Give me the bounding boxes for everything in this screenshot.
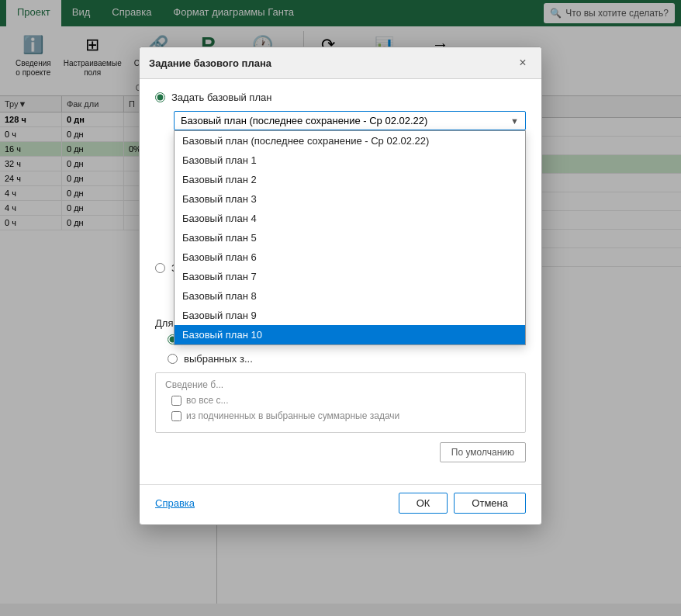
- help-button[interactable]: Справка: [155, 497, 195, 509]
- dialog-close-button[interactable]: ×: [513, 54, 532, 72]
- dropdown-item[interactable]: Базовый план 2: [175, 170, 525, 189]
- checkbox-all-summary[interactable]: [171, 396, 181, 406]
- dropdown-container: Базовый план (последнее сохранение - Ср …: [174, 111, 526, 130]
- cancel-button[interactable]: Отмена: [454, 493, 526, 514]
- dropdown-item[interactable]: Базовый план 3: [175, 189, 525, 209]
- dropdown-selected-value: Базовый план (последнее сохранение - Ср …: [181, 115, 427, 126]
- dialog-body: Задать базовый план Базовый план (послед…: [140, 79, 541, 484]
- checkbox-all-summary-label[interactable]: во все с...: [186, 395, 229, 406]
- dialog-set-baseline: Задание базового плана × Задать базовый …: [139, 47, 542, 525]
- checkbox-row-sub-summary: из подчиненных в выбранные суммарные зад…: [171, 410, 516, 421]
- radio-set-baseline-label[interactable]: Задать базовый план: [171, 92, 271, 103]
- dialog-title: Задание базового плана: [149, 57, 271, 69]
- radio-row-selected: выбранных з...: [168, 353, 526, 365]
- radio-set-baseline[interactable]: [155, 92, 165, 102]
- dropdown-item[interactable]: Базовый план 1: [175, 151, 525, 170]
- radio-row-set-baseline: Задать базовый план: [155, 92, 526, 103]
- dropdown-select[interactable]: Базовый план (последнее сохранение - Ср …: [174, 111, 526, 130]
- dropdown-item-highlighted[interactable]: Базовый план 10: [175, 325, 525, 344]
- default-button[interactable]: По умолчанию: [440, 442, 526, 462]
- dialog-footer: Справка ОК Отмена: [140, 484, 541, 524]
- radio-selected-tasks[interactable]: [168, 354, 178, 364]
- footer-left: Справка: [155, 497, 392, 509]
- dropdown-item[interactable]: Базовый план 4: [175, 209, 525, 228]
- radio-selected-label[interactable]: выбранных з...: [184, 353, 253, 365]
- dropdown-item[interactable]: Базовый план 9: [175, 306, 525, 325]
- merge-section: Сведение б... во все с... из подчиненных…: [155, 372, 526, 433]
- dropdown-item[interactable]: Базовый план 6: [175, 247, 525, 267]
- dropdown-list: Базовый план (последнее сохранение - Ср …: [174, 130, 526, 345]
- checkbox-sub-summary[interactable]: [171, 411, 181, 421]
- dialog-title-bar: Задание базового плана ×: [140, 47, 541, 79]
- ok-button[interactable]: ОК: [399, 493, 448, 514]
- chevron-down-icon: ▼: [510, 116, 519, 126]
- dropdown-item[interactable]: Базовый план (последнее сохранение - Ср …: [175, 131, 525, 151]
- checkbox-row-all-summary: во все с...: [171, 395, 516, 406]
- radio-set-interim[interactable]: [155, 263, 165, 273]
- merge-title: Сведение б...: [165, 379, 516, 390]
- dropdown-item[interactable]: Базовый план 8: [175, 286, 525, 306]
- modal-overlay: Задание базового плана × Задать базовый …: [0, 0, 681, 616]
- checkbox-sub-summary-label[interactable]: из подчиненных в выбранные суммарные зад…: [186, 410, 399, 421]
- dropdown-item[interactable]: Базовый план 7: [175, 267, 525, 286]
- dropdown-item[interactable]: Базовый план 5: [175, 228, 525, 247]
